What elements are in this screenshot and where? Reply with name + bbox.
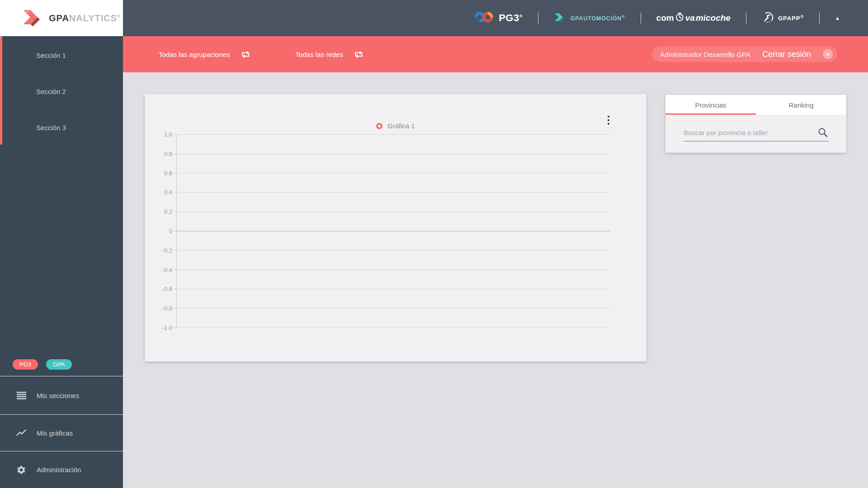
gpapp-registered-mark: ® [800, 14, 804, 19]
collapse-caret-icon[interactable]: ▲ [835, 15, 840, 21]
y-axis-tick-label: -0.4 [162, 266, 172, 273]
y-axis-tick-label: -1.0 [162, 324, 172, 331]
main-content: Gráfica 1 1.00.80.60.40.20-0.2-0.4-0.6-0… [123, 72, 868, 488]
y-axis-tick-label: -0.6 [162, 286, 172, 292]
header-divider [746, 13, 746, 23]
pg3-logo: PG3® [474, 10, 523, 26]
y-axis-tick-label: -0.2 [162, 247, 172, 253]
y-axis-tick [174, 173, 177, 174]
y-axis-tick [174, 154, 177, 154]
gpanalytics-registered-mark: ® [117, 14, 121, 19]
search-field [684, 124, 828, 141]
legend-marker-icon [376, 123, 382, 129]
sidebar-item-label: Mis secciones [37, 392, 79, 399]
networks-filter[interactable]: Todas las redes [296, 51, 343, 58]
sidebar-item-seccion-2[interactable]: Sección 2 [0, 73, 123, 109]
gpapp-label: GPAPP® [778, 14, 804, 22]
sidebar-section-list: Sección 1 Sección 2 Sección 3 [0, 37, 123, 145]
gpautomocion-label: GPAUTOMOCIÓN® [571, 14, 625, 22]
chart-gridline [177, 211, 610, 212]
swap-networks-icon[interactable] [354, 50, 363, 59]
gpautomocion-arrow-icon [554, 11, 566, 25]
sidebar-bottom: PG3 GPA Mis secciones Mis gráficas [0, 352, 123, 488]
logout-button[interactable]: Cerrar sesión [762, 50, 811, 59]
chart-gridline [177, 250, 610, 251]
y-axis-tick-label: -0.8 [162, 305, 172, 312]
search-icon[interactable] [817, 127, 828, 138]
sidebar-active-indicator [0, 36, 2, 145]
y-axis-tick-label: 0.6 [164, 169, 172, 176]
sidebar-item-mis-secciones[interactable]: Mis secciones [0, 376, 123, 414]
gpanalytics-wordmark: GPANALYTICS® [49, 13, 121, 23]
y-axis-tick-label: 0.8 [164, 150, 172, 157]
clock-icon [675, 12, 684, 24]
chart-gridline [177, 134, 610, 135]
sidebar-item-seccion-1[interactable]: Sección 1 [0, 37, 123, 73]
comprova-micoche-text: micoche [696, 13, 731, 23]
chart-line-icon [16, 429, 26, 437]
chart-gridline [177, 192, 610, 192]
top-header: PG3® GPAUTOMOCIÓN® com vamicoche [123, 0, 868, 36]
gpanalytics-arrow-icon [21, 6, 44, 30]
tab-provincias[interactable]: Provincias [665, 95, 756, 115]
list-icon [16, 392, 26, 399]
sidebar-item-mis-graficas[interactable]: Mis gráficas [0, 414, 123, 451]
gpa-badge[interactable]: GPA [46, 359, 72, 370]
gpautomocion-logo: GPAUTOMOCIÓN® [554, 11, 625, 25]
y-axis-tick [174, 328, 177, 328]
pg3-label: PG3® [499, 12, 523, 24]
search-input[interactable] [684, 129, 817, 136]
sidebar-item-label: Mis gráficas [37, 429, 73, 437]
chart-legend[interactable]: Gráfica 1 [145, 122, 646, 130]
gpapp-logo: GPAPP® [762, 11, 804, 25]
y-axis-tick-label: 0 [169, 228, 172, 235]
header-divider [641, 13, 641, 23]
header-divider [819, 13, 820, 23]
comprova-com-text: com [656, 13, 674, 23]
y-axis-tick [174, 134, 177, 135]
panel-tabs: Provincias Ranking [665, 95, 846, 115]
gpapp-wrench-icon [762, 11, 774, 25]
swap-groups-icon[interactable] [241, 50, 250, 59]
comprova-va-text: va [685, 13, 695, 23]
user-session-pill: Administrador Desarrollo GPA Cerrar sesi… [652, 47, 837, 62]
chart-options-kebab-icon[interactable] [606, 114, 611, 127]
y-axis-tick-label: 0.4 [164, 189, 172, 196]
chart-gridline [177, 289, 610, 289]
comprovamicoche-logo: com vamicoche [656, 12, 731, 24]
pg3-registered-mark: ® [519, 14, 523, 19]
chart-plot-area: 1.00.80.60.40.20-0.2-0.4-0.6-0.8-1.0 [176, 134, 610, 328]
y-axis-tick [174, 231, 177, 231]
y-axis-tick-label: 1.0 [164, 131, 172, 138]
tab-ranking[interactable]: Ranking [756, 95, 846, 115]
pg3-infinity-icon [474, 10, 495, 26]
sidebar-item-label: Administración [37, 466, 81, 474]
pg3-badge[interactable]: PG3 [13, 359, 38, 370]
gear-icon [16, 465, 26, 475]
chart-gridline [177, 154, 610, 154]
chart-card: Gráfica 1 1.00.80.60.40.20-0.2-0.4-0.6-0… [145, 94, 646, 361]
sidebar-badges: PG3 GPA [0, 352, 123, 376]
provinces-panel: Provincias Ranking [665, 95, 846, 153]
y-axis-tick [174, 308, 177, 309]
groups-filter[interactable]: Todas las agrupaciones [159, 51, 230, 58]
gpautomocion-registered-mark: ® [622, 14, 625, 19]
sidebar-item-administracion[interactable]: Administración [0, 451, 123, 488]
y-axis-tick-label: 0.2 [164, 208, 172, 215]
sidebar: Sección 1 Sección 2 Sección 3 PG3 GPA Mi… [0, 36, 123, 488]
y-axis-tick [174, 250, 177, 251]
chart-gridline [177, 173, 610, 174]
chart-gridline [177, 308, 610, 309]
y-axis-tick [174, 211, 177, 212]
logout-close-icon[interactable]: ✕ [823, 49, 833, 59]
y-axis-tick [174, 289, 177, 289]
panel-body [665, 115, 846, 153]
y-axis-tick [174, 270, 177, 270]
chart-gridline [177, 231, 610, 231]
logged-user-name: Administrador Desarrollo GPA [660, 51, 750, 58]
chart-gridline [177, 270, 610, 270]
sidebar-item-seccion-3[interactable]: Sección 3 [0, 109, 123, 145]
y-axis-tick [174, 192, 177, 192]
filter-bar: Todas las agrupaciones Todas las redes A… [123, 36, 868, 72]
legend-series-label: Gráfica 1 [387, 122, 415, 130]
